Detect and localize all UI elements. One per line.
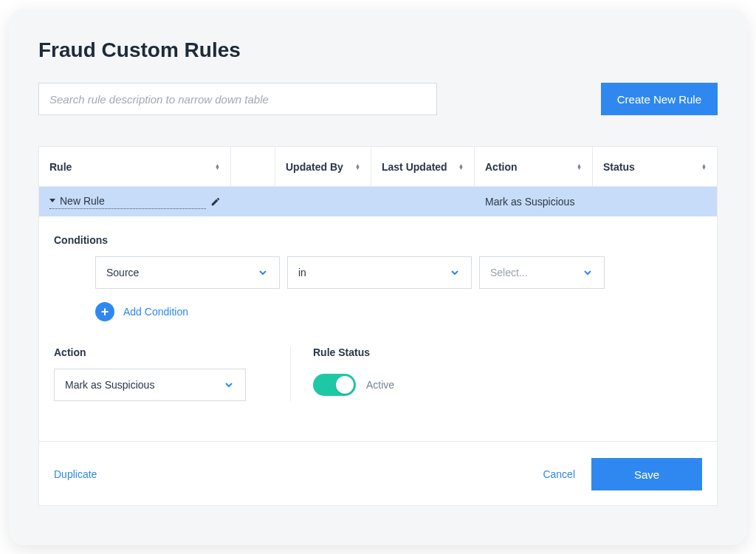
action-column: Action Mark as Suspicious <box>54 346 261 401</box>
sort-icon: ▲▼ <box>701 164 707 170</box>
cell-status <box>593 187 717 216</box>
status-column: Rule Status Active <box>290 346 702 401</box>
plus-icon: + <box>95 302 114 321</box>
col-rule-label: Rule <box>49 161 72 173</box>
table-row[interactable]: New Rule Mark as Suspicious <box>39 187 717 216</box>
condition-field-select[interactable]: Source <box>95 256 280 289</box>
cancel-button[interactable]: Cancel <box>543 468 575 480</box>
rules-panel: Rule ▲▼ Updated By ▲▼ Last Updated ▲▼ Ac… <box>38 146 718 506</box>
chevron-down-icon <box>223 379 235 391</box>
condition-field-value: Source <box>106 267 139 278</box>
duplicate-button[interactable]: Duplicate <box>54 468 97 480</box>
chevron-down-icon <box>257 267 269 278</box>
col-action[interactable]: Action ▲▼ <box>475 147 593 186</box>
table-header: Rule ▲▼ Updated By ▲▼ Last Updated ▲▼ Ac… <box>39 147 717 187</box>
cell-updated-by <box>275 187 371 216</box>
cell-last-updated <box>371 187 475 216</box>
toolbar: Create New Rule <box>38 83 718 115</box>
sort-icon: ▲▼ <box>458 164 464 170</box>
col-status-label: Status <box>603 161 635 173</box>
action-value: Mark as Suspicious <box>65 379 154 391</box>
status-toggle[interactable] <box>313 374 356 396</box>
editor-bottom-row: Action Mark as Suspicious Rule Status Ac… <box>54 346 702 401</box>
rule-editor: Conditions Source in Select... + Add Con… <box>39 216 717 422</box>
save-button[interactable]: Save <box>591 458 702 490</box>
conditions-label: Conditions <box>54 234 702 246</box>
add-condition-button[interactable]: + Add Condition <box>95 302 702 321</box>
create-rule-button[interactable]: Create New Rule <box>601 83 718 115</box>
condition-row: Source in Select... <box>95 256 702 289</box>
condition-operator-select[interactable]: in <box>287 256 472 289</box>
col-action-label: Action <box>485 161 518 173</box>
sort-icon: ▲▼ <box>577 164 582 170</box>
search-input[interactable] <box>38 83 437 115</box>
edit-icon[interactable] <box>210 196 221 207</box>
status-value: Active <box>366 379 394 391</box>
page-title: Fraud Custom Rules <box>38 38 718 62</box>
rule-name-cell[interactable]: New Rule <box>49 195 206 209</box>
action-select[interactable]: Mark as Suspicious <box>54 369 246 401</box>
chevron-down-icon <box>449 267 461 278</box>
condition-operator-value: in <box>298 267 306 278</box>
sort-icon: ▲▼ <box>215 164 220 170</box>
col-status[interactable]: Status ▲▼ <box>593 147 717 186</box>
caret-down-icon <box>49 199 55 202</box>
condition-value-select[interactable]: Select... <box>479 256 605 289</box>
col-blank <box>231 147 275 186</box>
fraud-rules-page: Fraud Custom Rules Create New Rule Rule … <box>9 9 747 545</box>
add-condition-label: Add Condition <box>123 306 188 318</box>
condition-value-placeholder: Select... <box>490 267 528 278</box>
col-updated-by-label: Updated By <box>286 161 343 173</box>
col-rule[interactable]: Rule ▲▼ <box>39 147 231 186</box>
cell-action: Mark as Suspicious <box>475 187 593 216</box>
col-last-updated[interactable]: Last Updated ▲▼ <box>371 147 475 186</box>
chevron-down-icon <box>582 267 594 278</box>
editor-footer: Duplicate Cancel Save <box>39 441 717 505</box>
action-label: Action <box>54 346 261 358</box>
sort-icon: ▲▼ <box>355 164 360 170</box>
status-label: Rule Status <box>313 346 702 358</box>
rule-name-text: New Rule <box>60 195 105 207</box>
col-last-updated-label: Last Updated <box>382 161 447 173</box>
col-updated-by[interactable]: Updated By ▲▼ <box>275 147 371 186</box>
